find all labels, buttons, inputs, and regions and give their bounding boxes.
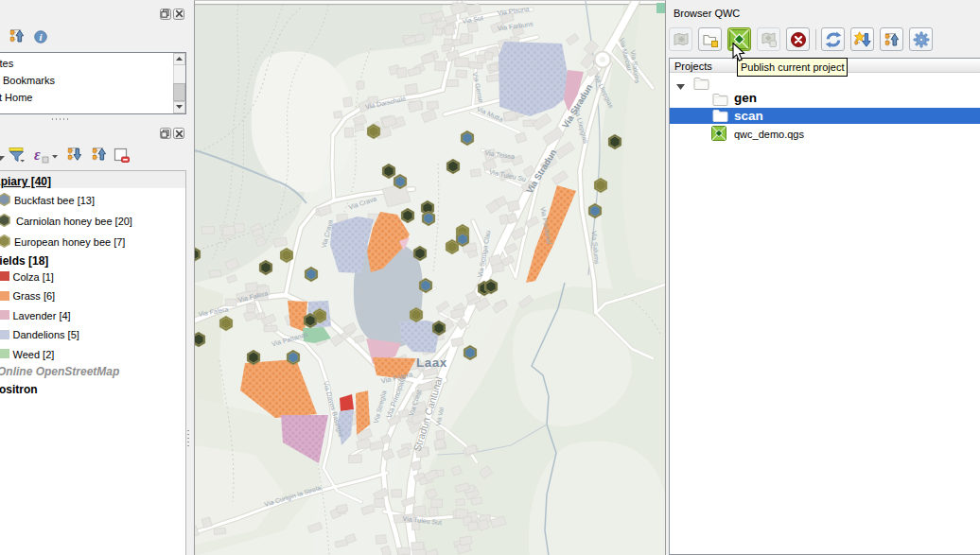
svg-text:ε: ε bbox=[34, 148, 41, 163]
svg-text:Laax: Laax bbox=[416, 356, 447, 370]
